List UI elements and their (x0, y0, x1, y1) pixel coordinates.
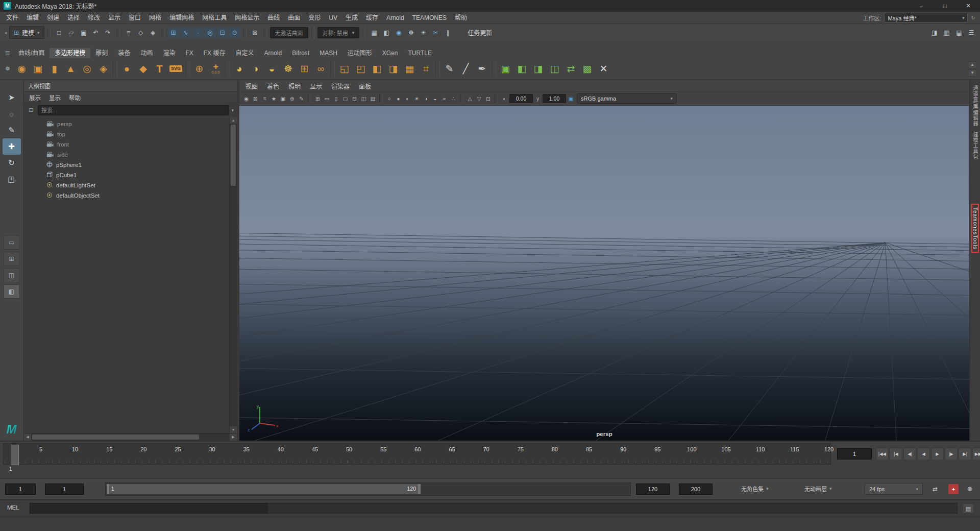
film-gate-icon[interactable]: ▭ (323, 94, 331, 103)
outliner-item-persp[interactable]: persp (24, 119, 229, 129)
current-frame-field[interactable]: 1 (837, 448, 872, 460)
boolean-union-button[interactable]: ◧ (369, 61, 385, 77)
lasso-tool[interactable]: ◌ (3, 106, 21, 122)
anim-layer-menu[interactable]: 无动画层 ▾ (804, 485, 832, 493)
scrollbar-thumb[interactable] (32, 435, 199, 440)
gamma-icon[interactable]: γ (533, 94, 542, 103)
menu-create[interactable]: 创建 (43, 12, 63, 23)
half-sphere-button[interactable]: ◑ (248, 61, 263, 77)
shelf-tab-motion-graphics[interactable]: 运动图形 (342, 48, 377, 58)
wireframe-icon[interactable]: ○ (385, 94, 394, 103)
step-forward-frame-button[interactable]: |▶ (945, 448, 958, 460)
menu-uv[interactable]: UV (325, 12, 341, 23)
viewport-menu-view[interactable]: 视图 (246, 82, 258, 90)
viewport-canvas[interactable]: y x z persp (239, 106, 969, 441)
outliner-item-front[interactable]: front (24, 139, 229, 150)
scroll-left-icon[interactable]: ◀ (24, 433, 31, 441)
new-scene-icon[interactable]: □ (54, 27, 65, 38)
scroll-down-icon[interactable]: ▼ (230, 426, 237, 433)
maximize-button[interactable]: □ (933, 0, 957, 12)
gear-primitive-button[interactable]: ☸ (280, 61, 296, 77)
play-backward-button[interactable]: ◀ (917, 448, 930, 460)
tab-modeling-toolkit[interactable]: 建模工具包 (971, 132, 979, 160)
layout-single-button[interactable]: ▭ (4, 235, 20, 250)
outliner-menu-help[interactable]: 帮助 (69, 93, 81, 102)
safe-action-icon[interactable]: ◫ (359, 94, 368, 103)
shelf-tab-turtle[interactable]: TURTLE (403, 48, 437, 58)
use-all-lights-icon[interactable]: ☀ (412, 94, 421, 103)
menu-help[interactable]: 帮助 (451, 12, 471, 23)
save-scene-icon[interactable]: ▣ (78, 27, 89, 38)
viewport-menu-renderer[interactable]: 渲染器 (331, 82, 350, 90)
outliner-item-top[interactable]: top (24, 129, 229, 139)
statusline-collapse-icon[interactable]: ◂ (3, 30, 8, 35)
poly-cylinder-button[interactable]: ▮ (46, 61, 62, 77)
menu-teamones[interactable]: TEAMONES (408, 12, 451, 23)
script-editor-icon[interactable]: ▤ (963, 503, 974, 514)
shelf-tab-xgen[interactable]: XGen (377, 48, 403, 58)
outliner-item-defaultlightset[interactable]: defaultLightSet (24, 180, 229, 190)
search-input[interactable] (38, 105, 229, 115)
shelf-menu-icon[interactable]: ☰ (2, 48, 13, 58)
grid-toggle-icon[interactable]: ⊞ (313, 94, 322, 103)
shelf-scroll-up-icon[interactable]: ▲ (968, 61, 977, 68)
image-plane-icon[interactable]: ▣ (279, 94, 287, 103)
character-set-menu[interactable]: 无角色集 ▾ (741, 485, 769, 493)
camera-attributes-icon[interactable]: ≡ (260, 94, 269, 103)
multi-cut-tool-button[interactable]: ✎ (442, 61, 457, 77)
shelf-tab-animation[interactable]: 动画 (135, 48, 158, 58)
combine-tool-button[interactable]: ◱ (336, 61, 352, 77)
mel-command-input[interactable] (30, 503, 270, 514)
outliner-menu-show[interactable]: 显示 (49, 93, 61, 102)
render-settings-icon[interactable]: ☸ (405, 27, 416, 38)
textured-icon[interactable]: ◐ (403, 94, 412, 103)
channel-box-toggle[interactable]: ▤ (953, 27, 965, 38)
menu-curves[interactable]: 曲线 (263, 12, 284, 23)
quad-draw-tool-button[interactable]: ✒ (474, 61, 490, 77)
scroll-right-icon[interactable]: ▶ (230, 433, 237, 441)
menu-surfaces[interactable]: 曲面 (284, 12, 304, 23)
super-ellipsoid-button[interactable]: ◕ (231, 61, 247, 77)
lock-selection-icon[interactable]: ⊠ (250, 27, 261, 38)
menu-deform[interactable]: 变形 (304, 12, 325, 23)
snap-grid-icon[interactable]: ⊞ (168, 27, 179, 38)
menu-mesh-display[interactable]: 网格显示 (231, 12, 263, 23)
scale-tool[interactable]: ◰ (3, 171, 21, 187)
type-tool-button[interactable]: T (152, 61, 167, 77)
scroll-up-icon[interactable]: ▲ (230, 117, 237, 124)
crossed-tool-button[interactable]: ✕ (596, 61, 611, 77)
menu-mesh-tools[interactable]: 网格工具 (198, 12, 231, 23)
playback-start-field[interactable]: 1 (45, 484, 84, 495)
shadows-icon[interactable]: ◑ (422, 94, 430, 103)
playback-end-field[interactable]: 120 (636, 484, 670, 495)
shelf-tab-curves-surfaces[interactable]: 曲线/曲面 (13, 48, 50, 58)
fps-dropdown[interactable]: 24 fps ▾ (865, 483, 923, 495)
viewport-menu-shading[interactable]: 着色 (267, 82, 279, 90)
poly-cone-button[interactable]: ▲ (63, 61, 79, 77)
select-hierarchy-icon[interactable]: ≡ (123, 27, 134, 38)
extrude-tool-button[interactable]: ▣ (498, 61, 513, 77)
shelf-tab-fx-caching[interactable]: FX 缓存 (199, 48, 231, 58)
playhead[interactable] (11, 445, 19, 465)
outliner-item-side[interactable]: side (24, 150, 229, 160)
viewport-menu-panels[interactable]: 面板 (359, 82, 371, 90)
snap-projected-center-icon[interactable]: ◎ (205, 27, 216, 38)
menu-modify[interactable]: 修改 (84, 12, 104, 23)
sphere-pair-button[interactable]: ∞ (313, 61, 329, 77)
filter-icon[interactable]: ⊟ (27, 107, 35, 113)
mel-label[interactable]: MEL (7, 504, 19, 511)
bridge-tool-button[interactable]: ◨ (530, 61, 546, 77)
exposure-field[interactable]: 0.00 (509, 94, 533, 103)
tool-settings-toggle[interactable]: ▥ (941, 27, 952, 38)
shelf-tab-poly-modeling[interactable]: 多边形建模 (50, 48, 90, 58)
shelf-tab-bifrost[interactable]: Bifrost (287, 48, 314, 58)
layout-four-button[interactable]: ⊞ (4, 252, 20, 266)
ipr-render-icon[interactable]: ◉ (393, 27, 404, 38)
grease-pencil-icon[interactable]: ✎ (297, 94, 306, 103)
rotate-tool[interactable]: ↻ (3, 155, 21, 171)
range-start-handle[interactable] (107, 484, 109, 494)
lock-camera-icon[interactable]: ⊠ (251, 94, 260, 103)
gate-mask-icon[interactable]: ▢ (341, 94, 350, 103)
outliner-item-defaultobjectset[interactable]: defaultObjectSet (24, 190, 229, 201)
outliner-vertical-scrollbar[interactable]: ▲ ▼ (229, 117, 237, 433)
